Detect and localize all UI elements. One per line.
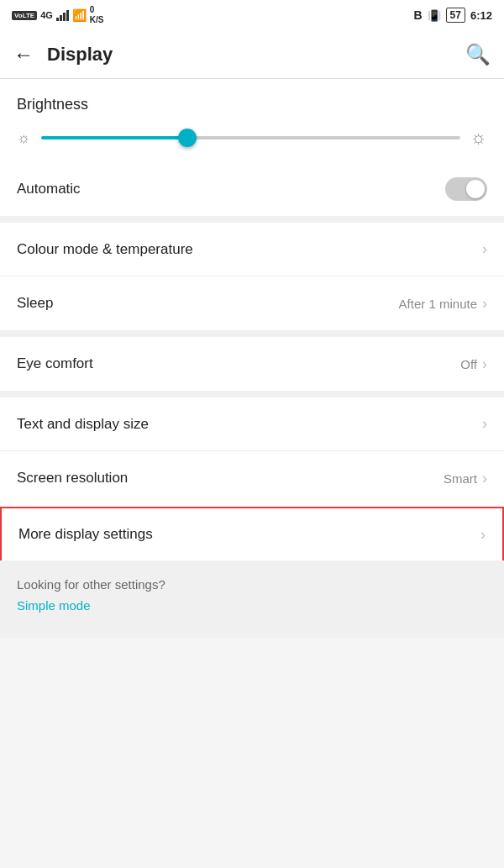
battery-icon: 57: [446, 8, 465, 23]
simple-mode-link[interactable]: Simple mode: [17, 598, 487, 613]
brightness-label: Brightness: [17, 96, 487, 113]
brightness-section: Brightness ☼ ☼: [0, 79, 504, 162]
menu-section-1: Colour mode & temperature › Sleep After …: [0, 223, 504, 330]
brightness-slider[interactable]: [41, 128, 460, 148]
chevron-icon: ›: [482, 295, 487, 313]
divider-1: [0, 216, 504, 223]
eye-comfort-right: Off ›: [460, 355, 487, 373]
vibrate-icon: 📳: [428, 9, 441, 22]
divider-2: [0, 330, 504, 337]
eye-comfort-value: Off: [460, 357, 477, 371]
slider-track: [41, 136, 460, 139]
volte-badge: VoLTE: [12, 11, 37, 20]
text-display-size-label: Text and display size: [17, 416, 149, 433]
eye-comfort-label: Eye comfort: [17, 355, 93, 372]
footer-question: Looking for other settings?: [17, 577, 487, 592]
sleep-right: After 1 minute ›: [399, 295, 487, 313]
more-display-settings-label: More display settings: [18, 526, 153, 543]
automatic-row[interactable]: Automatic: [0, 162, 504, 216]
screen-resolution-label: Screen resolution: [17, 470, 128, 487]
screen-resolution-right: Smart ›: [444, 470, 487, 487]
brightness-slider-row: ☼ ☼: [17, 127, 487, 149]
sun-dim-icon: ☼: [17, 129, 31, 147]
back-button[interactable]: ←: [13, 45, 34, 65]
sun-bright-icon: ☼: [470, 127, 487, 149]
sleep-label: Sleep: [17, 295, 53, 312]
wifi-icon: 📶: [72, 8, 87, 22]
time-display: 6:12: [470, 9, 492, 22]
network-type: 4G: [40, 10, 53, 20]
page-title: Display: [47, 44, 465, 66]
chevron-icon: ›: [482, 415, 487, 433]
screen-resolution-value: Smart: [444, 471, 477, 486]
menu-item-more-display-settings[interactable]: More display settings ›: [0, 507, 504, 560]
chevron-icon: ›: [480, 526, 486, 544]
status-bar: VoLTE 4G 📶 0K/S B 📳 57 6:12: [0, 0, 504, 30]
signal-bars: [56, 9, 69, 21]
automatic-label: Automatic: [17, 181, 81, 197]
menu-item-sleep[interactable]: Sleep After 1 minute ›: [0, 276, 504, 330]
search-button[interactable]: 🔍: [465, 43, 491, 66]
status-right: B 📳 57 6:12: [413, 8, 492, 23]
menu-item-colour-mode[interactable]: Colour mode & temperature ›: [0, 223, 504, 276]
chevron-icon: ›: [482, 470, 487, 487]
bluetooth-icon: B: [413, 8, 422, 22]
content-area: Brightness ☼ ☼ Automatic Colour mode & t…: [0, 79, 504, 560]
text-display-size-right: ›: [482, 415, 487, 433]
sleep-value: After 1 minute: [399, 297, 477, 311]
menu-item-screen-resolution[interactable]: Screen resolution Smart ›: [0, 451, 504, 505]
slider-thumb[interactable]: [178, 129, 197, 147]
data-speed: 0K/S: [90, 5, 104, 25]
status-left: VoLTE 4G 📶 0K/S: [12, 5, 104, 25]
menu-item-text-display-size[interactable]: Text and display size ›: [0, 397, 504, 451]
menu-item-eye-comfort[interactable]: Eye comfort Off ›: [0, 337, 504, 391]
automatic-toggle[interactable]: [445, 177, 487, 201]
more-display-settings-right: ›: [480, 526, 486, 544]
menu-section-2: Eye comfort Off ›: [0, 337, 504, 391]
divider-3: [0, 391, 504, 397]
footer-section: Looking for other settings? Simple mode: [0, 560, 504, 638]
colour-mode-label: Colour mode & temperature: [17, 241, 193, 258]
chevron-icon: ›: [482, 355, 487, 373]
menu-section-3: Text and display size › Screen resolutio…: [0, 397, 504, 505]
toggle-knob: [466, 180, 485, 198]
chevron-icon: ›: [482, 240, 487, 258]
app-bar: ← Display 🔍: [0, 30, 504, 79]
colour-mode-right: ›: [482, 240, 487, 258]
